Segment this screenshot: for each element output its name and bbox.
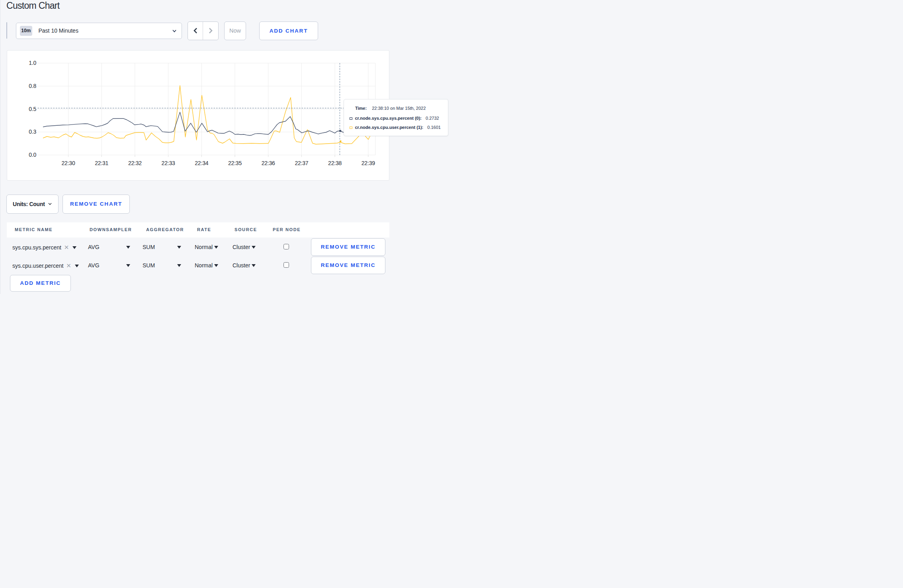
svg-text:22:34: 22:34 (195, 160, 208, 166)
svg-text:22:32: 22:32 (128, 160, 142, 166)
svg-text:0.0: 0.0 (29, 152, 36, 158)
svg-text:22:31: 22:31 (95, 160, 108, 166)
svg-text:1.0: 1.0 (29, 60, 36, 66)
svg-text:0.3: 0.3 (29, 129, 36, 135)
svg-text:22:38: 22:38 (328, 160, 342, 166)
svg-text:22:30: 22:30 (61, 160, 75, 166)
svg-text:22:33: 22:33 (162, 160, 175, 166)
svg-text:0.8: 0.8 (29, 83, 36, 89)
svg-text:22:37: 22:37 (295, 160, 308, 166)
svg-text:22:39: 22:39 (362, 160, 375, 166)
svg-text:0.5: 0.5 (29, 106, 36, 112)
svg-text:22:36: 22:36 (262, 160, 275, 166)
svg-text:22:35: 22:35 (228, 160, 242, 166)
